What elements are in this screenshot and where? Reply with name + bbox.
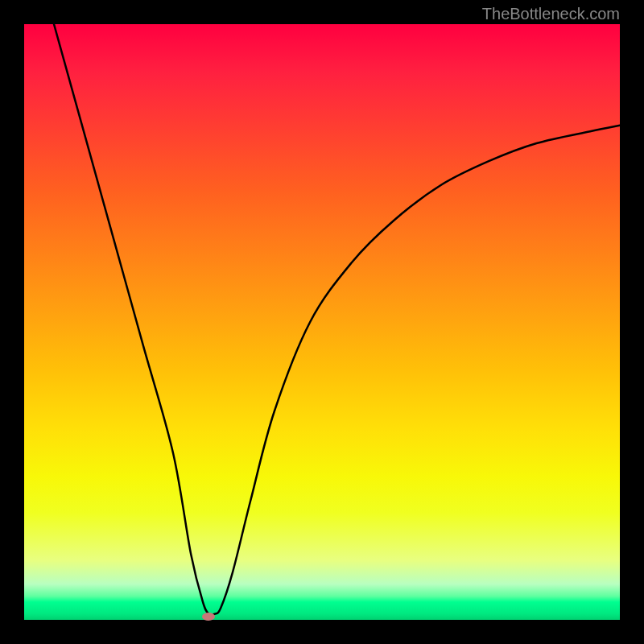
minimum-marker <box>202 613 215 621</box>
watermark-text: TheBottleneck.com <box>482 5 620 23</box>
chart-container: TheBottleneck.com <box>0 0 644 644</box>
curve-svg <box>24 24 620 620</box>
plot-area <box>24 24 620 620</box>
bottleneck-curve <box>54 24 620 615</box>
